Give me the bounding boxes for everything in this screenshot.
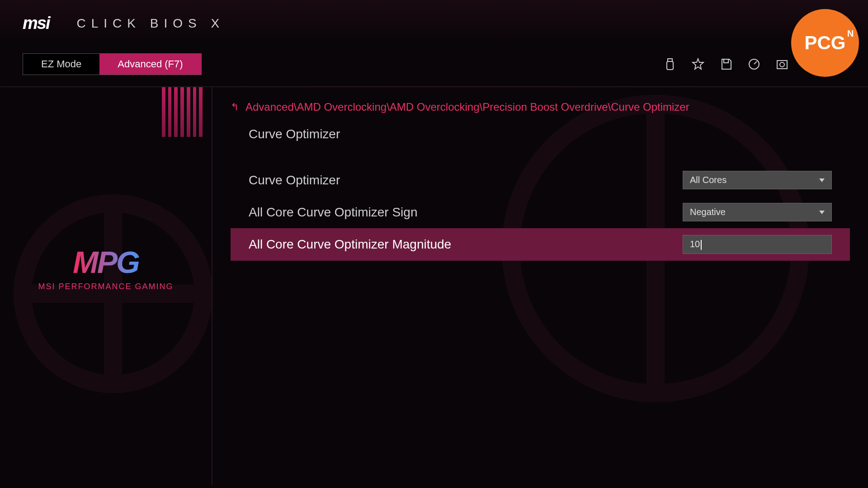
pcgn-watermark: PCGN [791, 9, 859, 77]
dropdown-value: All Cores [690, 175, 726, 185]
chevron-down-icon [819, 211, 825, 214]
mode-tabs: EZ Mode Advanced (F7) [23, 53, 202, 75]
main-layout: MPG MSI PERFORMANCE GAMING ↰ Advanced\AM… [0, 87, 868, 485]
back-icon[interactable]: ↰ [231, 101, 239, 113]
save-icon[interactable] [719, 57, 733, 71]
mode-tabs-row: EZ Mode Advanced (F7) [0, 53, 868, 75]
gauge-icon[interactable] [747, 57, 761, 71]
text-cursor [701, 240, 702, 250]
mpg-logo-text: MPG [38, 244, 173, 280]
mpg-logo: MPG MSI PERFORMANCE GAMING [38, 244, 173, 291]
msi-logo: msi [23, 14, 49, 33]
setting-label: All Core Curve Optimizer Sign [249, 205, 683, 220]
sidebar: MPG MSI PERFORMANCE GAMING [0, 87, 212, 485]
input-value: 10 [690, 239, 700, 249]
setting-magnitude[interactable]: All Core Curve Optimizer Magnitude 10 [231, 228, 850, 261]
setting-label: All Core Curve Optimizer Magnitude [249, 237, 683, 252]
magnitude-input[interactable]: 10 [683, 235, 832, 254]
svg-rect-7 [667, 61, 673, 70]
decorative-stripes [162, 87, 203, 137]
header: msi CLICK BIOS X [0, 0, 868, 42]
setting-label: Curve Optimizer [249, 173, 683, 188]
usb-icon[interactable] [663, 57, 677, 71]
svg-rect-8 [724, 59, 728, 63]
curve-optimizer-dropdown[interactable]: All Cores [683, 171, 832, 189]
breadcrumb[interactable]: Advanced\AMD Overclocking\AMD Overclocki… [245, 101, 689, 113]
bios-title: CLICK BIOS X [76, 16, 225, 31]
watermark-text: PCGN [804, 32, 845, 54]
svg-point-12 [780, 62, 784, 67]
screenshot-icon[interactable] [775, 57, 789, 71]
advanced-mode-tab[interactable]: Advanced (F7) [99, 54, 201, 75]
dropdown-value: Negative [690, 207, 726, 217]
ez-mode-tab[interactable]: EZ Mode [23, 54, 99, 75]
svg-line-10 [754, 61, 757, 64]
chevron-down-icon [819, 178, 825, 182]
sign-dropdown[interactable]: Negative [683, 203, 832, 221]
setting-sign[interactable]: All Core Curve Optimizer Sign Negative [231, 196, 850, 228]
breadcrumb-row: ↰ Advanced\AMD Overclocking\AMD Overcloc… [231, 101, 850, 113]
setting-curve-optimizer[interactable]: Curve Optimizer All Cores [231, 164, 850, 196]
svg-rect-11 [777, 61, 787, 69]
settings-list: Curve Optimizer All Cores All Core Curve… [231, 164, 850, 261]
content-panel: ↰ Advanced\AMD Overclocking\AMD Overcloc… [212, 87, 868, 485]
section-title: Curve Optimizer [249, 127, 850, 141]
mpg-subtitle: MSI PERFORMANCE GAMING [38, 282, 173, 291]
star-icon[interactable] [691, 57, 705, 71]
